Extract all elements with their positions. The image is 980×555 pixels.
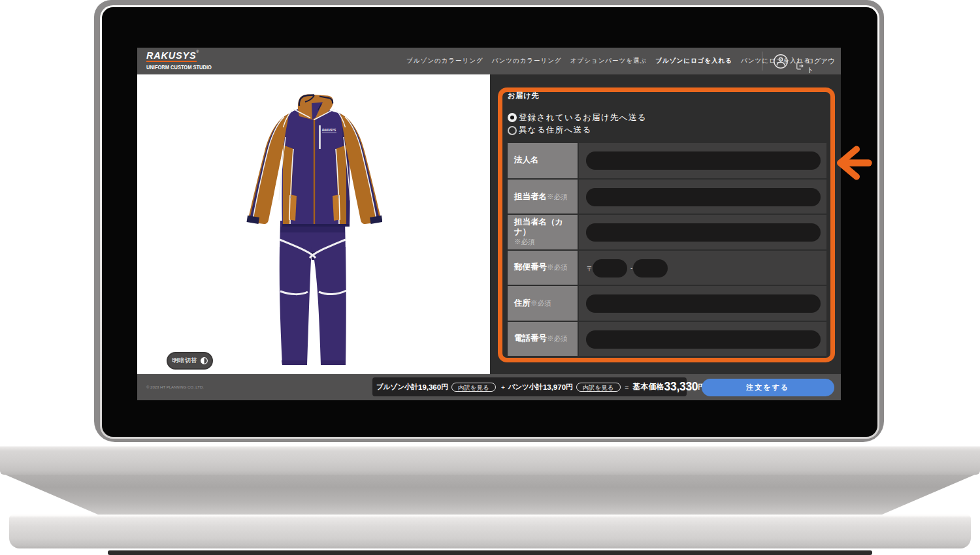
- svg-text:RAKUSYS: RAKUSYS: [322, 129, 336, 132]
